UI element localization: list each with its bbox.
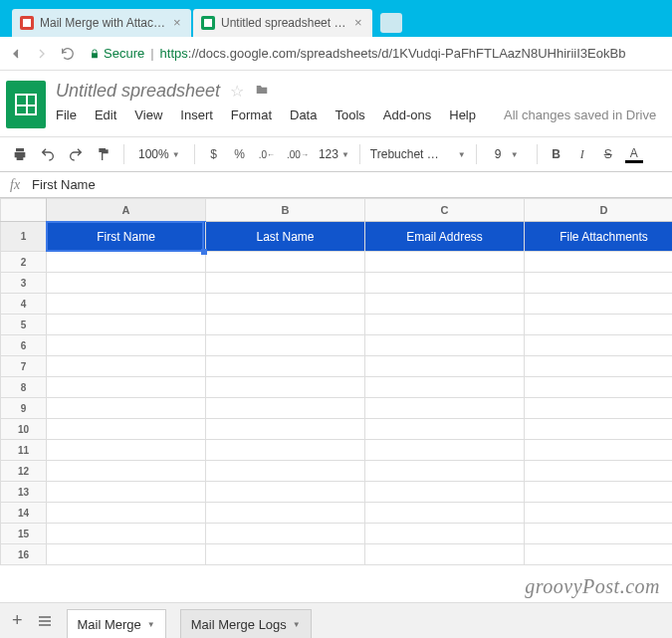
row-header[interactable]: 11	[1, 440, 47, 461]
cell[interactable]	[525, 356, 673, 377]
cell[interactable]	[365, 294, 525, 315]
cell[interactable]	[525, 440, 673, 461]
zoom-select[interactable]: 100% ▼	[134, 147, 184, 161]
row-header[interactable]: 14	[1, 503, 47, 524]
browser-tab-1[interactable]: Mail Merge with Attachm ×	[12, 9, 191, 37]
cell[interactable]	[525, 377, 673, 398]
column-header-d[interactable]: D	[525, 199, 673, 222]
menu-edit[interactable]: Edit	[95, 107, 116, 122]
row-header[interactable]: 3	[1, 273, 47, 294]
cell[interactable]	[206, 294, 365, 315]
cell[interactable]	[206, 398, 365, 419]
menu-format[interactable]: Format	[231, 107, 272, 122]
row-header[interactable]: 6	[1, 335, 47, 356]
cell[interactable]	[525, 544, 673, 565]
menu-add-ons[interactable]: Add-ons	[383, 107, 431, 122]
cell[interactable]	[525, 419, 673, 440]
cell[interactable]	[365, 503, 525, 524]
menu-view[interactable]: View	[134, 107, 162, 122]
cell[interactable]	[47, 335, 206, 356]
decrease-decimal-button[interactable]: .0←	[257, 143, 277, 165]
sheet-tab-mail-merge[interactable]: Mail Merge ▼	[67, 609, 166, 639]
cell[interactable]	[206, 356, 365, 377]
increase-decimal-button[interactable]: .00→	[285, 143, 311, 165]
cell[interactable]	[47, 294, 206, 315]
select-all-corner[interactable]	[1, 199, 47, 222]
redo-button[interactable]	[66, 143, 86, 165]
text-color-button[interactable]: A	[625, 145, 643, 163]
grid-area[interactable]: ABCD1First NameLast NameEmail AddressFil…	[0, 198, 672, 565]
header-cell[interactable]: Last Name	[206, 222, 365, 252]
cell[interactable]	[206, 419, 365, 440]
cell[interactable]	[525, 335, 673, 356]
cell[interactable]	[365, 356, 525, 377]
cell[interactable]	[525, 315, 673, 335]
header-cell[interactable]: First Name	[47, 222, 206, 252]
row-header[interactable]: 16	[1, 544, 47, 565]
currency-button[interactable]: $	[205, 143, 223, 165]
reload-button[interactable]	[60, 46, 76, 62]
menu-tools[interactable]: Tools	[335, 107, 364, 122]
row-header[interactable]: 4	[1, 294, 47, 315]
cell[interactable]	[47, 440, 206, 461]
browser-tab-2[interactable]: Untitled spreadsheet - Go ×	[193, 9, 372, 37]
cell[interactable]	[525, 398, 673, 419]
row-header[interactable]: 10	[1, 419, 47, 440]
cell[interactable]	[206, 524, 365, 544]
font-family-select[interactable]: Trebuchet … ▼	[370, 147, 466, 161]
cell[interactable]	[525, 252, 673, 273]
cell[interactable]	[365, 315, 525, 335]
column-header-c[interactable]: C	[365, 199, 525, 222]
cell[interactable]	[525, 273, 673, 294]
cell[interactable]	[47, 356, 206, 377]
cell[interactable]	[206, 461, 365, 482]
cell[interactable]	[365, 482, 525, 503]
row-header[interactable]: 15	[1, 524, 47, 544]
italic-button[interactable]: I	[573, 143, 591, 165]
new-tab-button[interactable]	[380, 13, 402, 33]
cell[interactable]	[206, 377, 365, 398]
undo-button[interactable]	[38, 143, 58, 165]
cell[interactable]	[206, 503, 365, 524]
row-header[interactable]: 5	[1, 315, 47, 335]
add-sheet-button[interactable]: +	[12, 610, 23, 631]
row-header[interactable]: 1	[1, 222, 47, 252]
row-header[interactable]: 2	[1, 252, 47, 273]
cell[interactable]	[206, 315, 365, 335]
all-sheets-button[interactable]	[37, 613, 53, 629]
cell[interactable]	[365, 544, 525, 565]
chevron-down-icon[interactable]: ▼	[147, 620, 155, 629]
cell[interactable]	[47, 524, 206, 544]
cell[interactable]	[206, 544, 365, 565]
cell[interactable]	[47, 273, 206, 294]
cell[interactable]	[206, 482, 365, 503]
font-size-select[interactable]: 9 ▼	[487, 147, 527, 161]
cell[interactable]	[47, 503, 206, 524]
cell[interactable]	[206, 335, 365, 356]
chevron-down-icon[interactable]: ▼	[293, 620, 301, 629]
folder-icon[interactable]	[254, 83, 270, 100]
cell[interactable]	[525, 294, 673, 315]
cell[interactable]	[525, 503, 673, 524]
print-button[interactable]	[10, 143, 30, 165]
cell[interactable]	[365, 398, 525, 419]
menu-data[interactable]: Data	[290, 107, 317, 122]
cell[interactable]	[47, 315, 206, 335]
back-button[interactable]	[8, 46, 24, 62]
row-header[interactable]: 7	[1, 356, 47, 377]
header-cell[interactable]: File Attachments	[525, 222, 673, 252]
selection-handle[interactable]	[201, 249, 207, 255]
cell[interactable]	[206, 252, 365, 273]
row-header[interactable]: 12	[1, 461, 47, 482]
cell[interactable]	[365, 273, 525, 294]
document-title[interactable]: Untitled spreadsheet	[56, 81, 220, 102]
sheets-logo-icon[interactable]	[6, 81, 46, 128]
cell[interactable]	[47, 482, 206, 503]
formula-input[interactable]: First Name	[32, 177, 96, 192]
menu-insert[interactable]: Insert	[180, 107, 213, 122]
cell[interactable]	[47, 544, 206, 565]
cell[interactable]	[47, 419, 206, 440]
cell[interactable]	[206, 273, 365, 294]
star-icon[interactable]: ☆	[230, 82, 244, 101]
number-format-select[interactable]: 123 ▼	[319, 147, 349, 161]
